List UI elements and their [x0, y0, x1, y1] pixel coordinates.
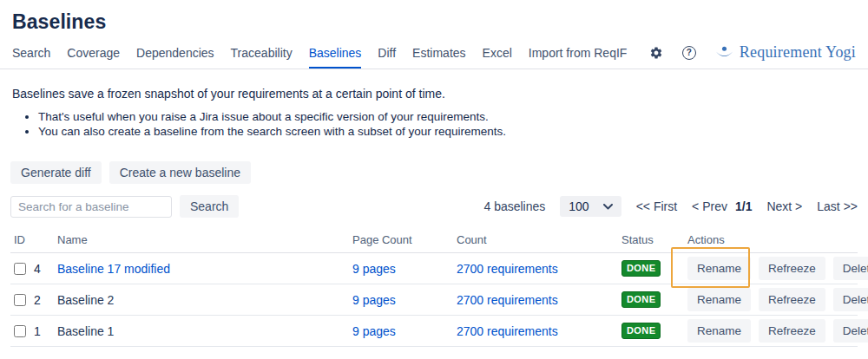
row-checkbox[interactable] [14, 294, 26, 306]
baseline-search-input[interactable] [10, 196, 172, 218]
pagination-next[interactable]: Next > [766, 199, 802, 213]
baseline-id: 4 [34, 262, 41, 276]
baseline-id: 1 [34, 324, 41, 338]
intro-bullet-2: You can also create a baseline from the … [38, 124, 856, 139]
controls-row: Search 4 baselines 100 << First < Prev 1… [0, 195, 868, 218]
brand-logo[interactable]: Requirement Yogi [715, 43, 856, 62]
rename-button[interactable]: Rename [687, 288, 751, 311]
delete-button[interactable]: Delete [833, 257, 868, 280]
pagination-prev[interactable]: < Prev [692, 199, 727, 213]
rename-button[interactable]: Rename [687, 319, 751, 343]
row-checkbox[interactable] [14, 263, 26, 275]
baseline-name: Baseline 2 [57, 293, 114, 307]
column-header-name: Name [54, 228, 349, 253]
status-badge: DONE [621, 323, 661, 339]
baseline-search: Search [10, 195, 239, 218]
status-badge: DONE [621, 260, 661, 277]
requirements-count-link[interactable]: 2700 requirements [457, 324, 558, 338]
page-title: Baselines [12, 10, 868, 34]
page-size-value: 100 [569, 199, 589, 213]
tab-search[interactable]: Search [12, 42, 50, 69]
page-size-select[interactable]: 100 [560, 196, 621, 217]
nav-tabs: Search Coverage Dependencies Traceabilit… [12, 42, 627, 69]
baseline-id: 2 [34, 293, 41, 307]
page-indicator: 1/1 [735, 199, 752, 213]
table-row: 2 Baseline 2 9 pages 2700 requirements D… [10, 284, 858, 316]
table-header-row: ID Name Page Count Count Status Actions [10, 228, 858, 253]
pagination-last[interactable]: Last >> [817, 199, 858, 213]
brand-name: Requirement Yogi [740, 43, 856, 62]
baseline-name: Baseline 1 [57, 324, 114, 338]
intro-bullets: That's useful when you raise a Jira issu… [12, 109, 856, 139]
intro-text: Baselines save a frozen snapshot of your… [0, 87, 868, 139]
page-count-link[interactable]: 9 pages [352, 324, 396, 338]
column-header-status: Status [618, 228, 684, 253]
tab-estimates[interactable]: Estimates [412, 42, 465, 69]
refreeze-button[interactable]: Refreeze [759, 319, 825, 343]
search-button[interactable]: Search [180, 195, 239, 218]
pagination-first[interactable]: << First [636, 199, 677, 213]
column-header-id: ID [10, 228, 54, 253]
row-checkbox[interactable] [14, 325, 26, 337]
page-count-link[interactable]: 9 pages [352, 262, 396, 276]
tab-baselines[interactable]: Baselines [309, 42, 362, 69]
baselines-count: 4 baselines [483, 199, 545, 213]
tab-import-reqif[interactable]: Import from ReqIF [529, 42, 628, 69]
requirements-count-link[interactable]: 2700 requirements [457, 293, 558, 307]
refreeze-button[interactable]: Refreeze [759, 257, 825, 280]
refreeze-button[interactable]: Refreeze [759, 288, 825, 311]
column-header-count: Count [453, 228, 618, 253]
delete-button[interactable]: Delete [833, 319, 868, 343]
help-icon[interactable]: ? [682, 46, 696, 60]
pagination-links-left: << First [636, 199, 677, 213]
column-header-page-count: Page Count [349, 228, 453, 253]
tabbar-right: ? Requirement Yogi [649, 43, 856, 69]
baselines-page: Baselines Search Coverage Dependencies T… [0, 10, 868, 359]
intro-bullet-1: That's useful when you raise a Jira issu… [38, 109, 856, 124]
rename-button[interactable]: Rename [687, 257, 751, 280]
pagination-prev-group: < Prev 1/1 [692, 199, 752, 213]
table-row: 1 Baseline 1 9 pages 2700 requirements D… [10, 316, 858, 347]
column-header-actions: Actions [684, 228, 858, 253]
tab-dependencies[interactable]: Dependencies [136, 42, 214, 69]
tab-excel[interactable]: Excel [483, 42, 512, 69]
delete-button[interactable]: Delete [833, 288, 868, 311]
generate-diff-button[interactable]: Generate diff [10, 161, 102, 184]
chevron-down-icon [603, 204, 613, 210]
tab-traceability[interactable]: Traceability [231, 42, 293, 69]
create-baseline-button[interactable]: Create a new baseline [109, 161, 251, 184]
intro-lead: Baselines save a frozen snapshot of your… [12, 87, 856, 101]
tab-coverage[interactable]: Coverage [67, 42, 120, 69]
nav-tabbar: Search Coverage Dependencies Traceabilit… [0, 42, 868, 69]
table-row: 4 Baseline 17 modified 9 pages 2700 requ… [10, 253, 858, 284]
baselines-table: ID Name Page Count Count Status Actions … [10, 228, 858, 347]
gear-icon[interactable] [649, 46, 663, 60]
tab-diff[interactable]: Diff [378, 42, 396, 69]
requirements-count-link[interactable]: 2700 requirements [457, 262, 558, 276]
status-badge: DONE [621, 291, 661, 308]
yogi-icon [715, 46, 733, 59]
page-count-link[interactable]: 9 pages [352, 293, 396, 307]
pagination: 4 baselines 100 << First < Prev 1/1 Next… [483, 196, 858, 217]
toolbar: Generate diff Create a new baseline [0, 161, 868, 184]
baseline-name-link[interactable]: Baseline 17 modified [57, 262, 170, 276]
